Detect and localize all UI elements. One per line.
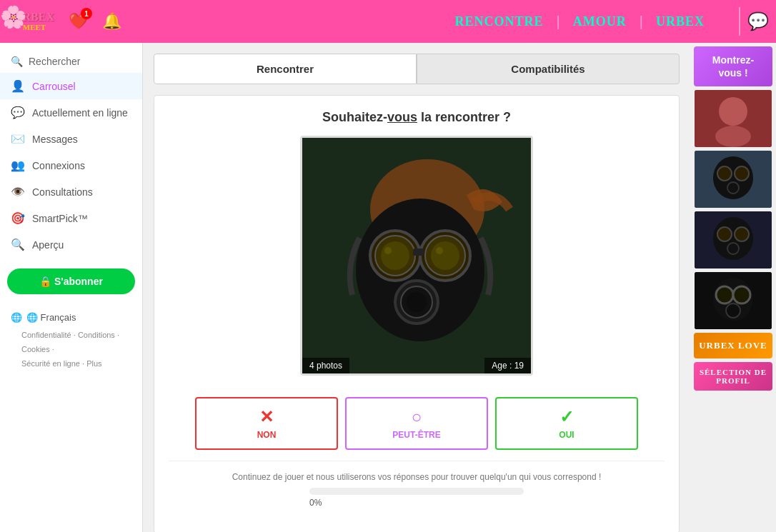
sidebar-item-smartpick[interactable]: 🎯 SmartPick™ <box>0 205 142 231</box>
language-selector[interactable]: 🌐 🌐 Français <box>11 312 131 323</box>
nav-amour-link[interactable]: AMOUR <box>560 14 640 29</box>
carousel-icon: 👤 <box>11 79 25 93</box>
svg-point-20 <box>717 166 732 181</box>
svg-point-17 <box>715 126 751 147</box>
progress-section: Continuez de jouer et nous utiliserons v… <box>169 461 665 518</box>
smartpick-icon: 🎯 <box>11 211 25 225</box>
right-panel: Montrez-vous ! <box>690 43 776 532</box>
action-buttons: ✕ NON ○ PEUT-ÊTRE ✓ OUI <box>169 397 665 450</box>
sidebar-item-online[interactable]: 💬 Actuellement en ligne <box>0 99 142 126</box>
progress-bar-container <box>309 488 524 495</box>
sidebar-smartpick-label: SmartPick™ <box>32 213 88 224</box>
urbex-love-button[interactable]: URBEX LOVE <box>694 333 772 358</box>
sidebar-item-apercu[interactable]: 🔍 Aperçu <box>0 231 142 258</box>
sidebar-messages-label: Messages <box>32 134 78 145</box>
chat-icon[interactable]: 💬 <box>747 11 769 31</box>
svg-point-32 <box>726 303 740 318</box>
svg-point-31 <box>733 286 750 303</box>
conditions-link[interactable]: Conditions <box>78 331 115 339</box>
progress-message: Continuez de jouer et nous utiliserons v… <box>183 472 650 482</box>
oui-label: OUI <box>559 430 574 440</box>
peut-etre-button[interactable]: ○ PEUT-ÊTRE <box>345 397 488 450</box>
apercu-icon: 🔍 <box>11 238 25 251</box>
nav-urbex-link[interactable]: URBEX <box>643 14 717 29</box>
peut-etre-icon: ○ <box>412 407 422 427</box>
consultations-icon: 👁️ <box>11 185 25 199</box>
language-label: 🌐 Français <box>26 312 76 323</box>
main-nav-links: RENCONTRE | AMOUR | URBEX <box>442 14 717 30</box>
non-button[interactable]: ✕ NON <box>195 397 338 450</box>
globe-icon: 🌐 <box>11 312 22 323</box>
language-section: 🌐 🌐 Français Confidentialité · Condition… <box>0 305 142 378</box>
svg-point-27 <box>727 243 739 254</box>
cookies-link[interactable]: Cookies <box>21 345 50 353</box>
thumbnail-4[interactable] <box>695 272 772 329</box>
svg-point-6 <box>384 247 392 254</box>
non-label: NON <box>257 430 277 440</box>
sidebar-item-connections[interactable]: 👥 Connexions <box>0 152 142 179</box>
svg-point-26 <box>735 227 749 241</box>
svg-point-22 <box>727 182 739 194</box>
svg-point-16 <box>719 97 747 126</box>
top-navigation: 🌸 URBEX MEET ❤️ 1 🔔 RENCONTRE | AMOUR | … <box>0 0 776 43</box>
svg-point-10 <box>436 247 443 254</box>
privacy-link[interactable]: Confidentialité <box>21 331 71 339</box>
age-badge: Age : 19 <box>484 358 531 373</box>
profile-selection-button[interactable]: SÉLECTION DE PROFIL <box>694 362 772 391</box>
sidebar: 🔍 Rechercher 👤 Carrousel 💬 Actuellement … <box>0 43 143 532</box>
show-yourself-button[interactable]: Montrez-vous ! <box>694 46 772 86</box>
svg-point-30 <box>716 286 733 303</box>
oui-icon: ✓ <box>559 407 574 427</box>
search-item[interactable]: 🔍 Rechercher <box>0 50 142 73</box>
heart-decoration: 🌸 <box>0 4 26 29</box>
subscribe-button[interactable]: 🔒 S'abonner <box>7 268 135 294</box>
nav-divider <box>739 7 740 36</box>
connections-icon: 👥 <box>11 159 25 172</box>
non-icon: ✕ <box>259 407 274 427</box>
search-label: Rechercher <box>29 56 80 67</box>
main-tabs: Rencontrer Compatibilités <box>154 54 680 84</box>
card-question: Souhaitez-vous la rencontrer ? <box>169 110 665 125</box>
subscribe-label: 🔒 S'abonner <box>39 276 103 287</box>
sidebar-item-messages[interactable]: ✉️ Messages <box>0 126 142 152</box>
footer-links: Confidentialité · Conditions · Cookies ·… <box>11 328 131 371</box>
notification-badge: 1 <box>81 8 92 19</box>
more-link[interactable]: Plus <box>86 359 101 368</box>
tab-rencontrer[interactable]: Rencontrer <box>154 54 417 84</box>
sidebar-apercu-label: Aperçu <box>32 239 64 251</box>
svg-point-21 <box>735 166 749 181</box>
tab-compatibilites[interactable]: Compatibilités <box>417 54 680 84</box>
messages-icon: ✉️ <box>11 132 25 146</box>
profile-image-container[interactable]: 4 photos Age : 19 <box>300 136 533 376</box>
security-link[interactable]: Sécurité en ligne <box>21 359 80 368</box>
heart-notification-btn[interactable]: ❤️ 1 <box>69 12 88 31</box>
thumbnail-1[interactable] <box>695 90 772 147</box>
sidebar-item-consultations[interactable]: 👁️ Consultations <box>0 179 142 205</box>
nav-icons: ❤️ 1 🔔 <box>69 12 121 31</box>
content-area: Rencontrer Compatibilités Souhaitez-vous… <box>143 43 690 532</box>
svg-point-5 <box>381 241 409 270</box>
svg-rect-11 <box>413 249 424 256</box>
thumbnail-2[interactable] <box>695 151 772 208</box>
gas-mask-svg <box>302 138 531 373</box>
main-layout: 🔍 Rechercher 👤 Carrousel 💬 Actuellement … <box>0 43 776 532</box>
svg-point-14 <box>407 292 427 312</box>
nav-rencontre-link[interactable]: RENCONTRE <box>442 14 557 29</box>
sidebar-connections-label: Connexions <box>32 160 85 171</box>
sidebar-online-label: Actuellement en ligne <box>32 107 128 119</box>
logo[interactable]: 🌸 URBEX MEET <box>7 8 61 35</box>
bell-notification-btn[interactable]: 🔔 <box>102 12 121 31</box>
oui-button[interactable]: ✓ OUI <box>495 397 638 450</box>
online-icon: 💬 <box>11 106 25 119</box>
photo-count-badge: 4 photos <box>302 358 349 373</box>
sidebar-carousel-label: Carrousel <box>32 81 76 92</box>
svg-point-9 <box>431 241 459 270</box>
thumbnail-3[interactable] <box>695 211 772 268</box>
profile-card: Souhaitez-vous la rencontrer ? <box>154 95 680 532</box>
profile-image <box>302 138 531 373</box>
sidebar-consultations-label: Consultations <box>32 186 93 198</box>
progress-label: 0% <box>309 498 524 508</box>
peut-etre-label: PEUT-ÊTRE <box>392 430 440 440</box>
search-icon: 🔍 <box>11 56 23 67</box>
sidebar-item-carousel[interactable]: 👤 Carrousel <box>0 73 142 99</box>
